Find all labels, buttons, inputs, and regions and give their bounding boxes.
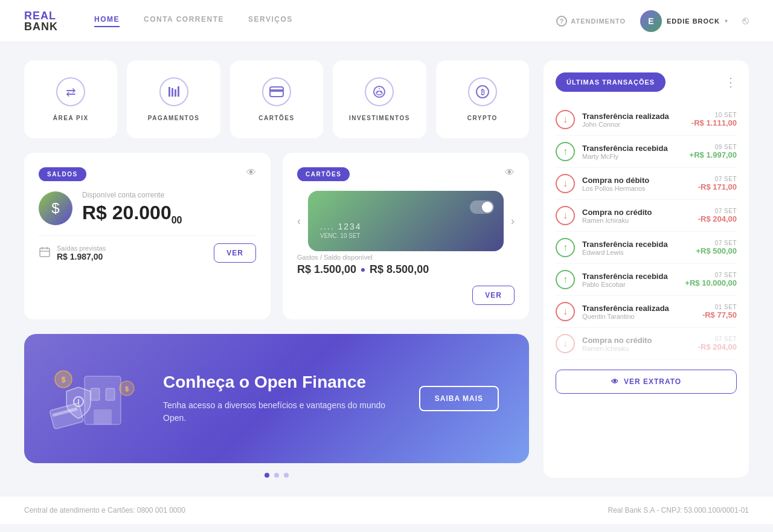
logout-icon[interactable]: ⎋ — [742, 14, 749, 27]
cartoes-eye-icon[interactable]: 👁 — [505, 167, 515, 178]
svg-rect-20 — [94, 409, 112, 425]
footer-left: Central de atendimento e Cartões: 0800 0… — [24, 506, 185, 514]
credit-card-visual: .... 1234 VENC. 10 SET — [308, 191, 504, 251]
balance-amount: R$ 20.00000 — [82, 202, 182, 226]
atendimento-button[interactable]: ? ATENDIMENTO — [556, 16, 626, 27]
ver-extrato-button[interactable]: 👁 VER EXTRATO — [556, 370, 737, 394]
banner-dot-2[interactable] — [274, 473, 279, 478]
header-right: ? ATENDIMENTO E EDDIE BROCK ▾ ⎋ — [556, 10, 749, 32]
transactions-header: ÚLTIMAS TRANSAÇÕES ⋮ — [556, 72, 737, 92]
gastos-amounts: R$ 1.500,00 R$ 8.500,00 — [297, 263, 515, 276]
cartoes-ver-button[interactable]: VER — [472, 286, 515, 305]
trans-person: Ramen Ichiraku — [582, 345, 691, 352]
banner-dot-1[interactable] — [265, 473, 269, 478]
nav-home[interactable]: HOME — [94, 15, 120, 27]
trans-person: Pablo Escobar — [582, 281, 678, 288]
cartoes-icon — [262, 77, 291, 106]
qa-pix[interactable]: ⇄ ÁREA PIX — [24, 60, 117, 138]
saiba-mais-button[interactable]: SAIBA MAIS — [419, 386, 499, 411]
svg-rect-13 — [40, 248, 50, 257]
pix-icon: ⇄ — [56, 77, 85, 106]
avatar: E — [640, 10, 662, 32]
trans-down-icon: ↓ — [556, 174, 575, 193]
user-menu[interactable]: E EDDIE BROCK ▾ — [640, 10, 728, 32]
trans-name: Compra no crédito — [582, 208, 691, 217]
balance-info: Disponível conta corrente R$ 20.00000 — [82, 191, 182, 226]
trans-details: Compra no débito Los Pollos Hermanos — [582, 176, 691, 192]
transaction-item: ↑ Transferência recebida Marty McFly 09 … — [556, 136, 737, 168]
trans-details: Transferência recebida Marty McFly — [582, 144, 682, 160]
banner-text: Conheça o Open Finance Tenha acesso a di… — [163, 373, 401, 425]
trans-amount: +R$ 500,00 — [696, 246, 737, 255]
cartoes-tag: CARTÕES — [297, 167, 350, 181]
available-label: Disponível conta corrente — [82, 191, 182, 199]
trans-date: 10 SET — [691, 112, 737, 118]
toggle-knob — [482, 202, 493, 213]
qa-investimentos[interactable]: INVESTIMENTOS — [333, 60, 426, 138]
more-options-icon[interactable]: ⋮ — [725, 75, 737, 89]
banner-illustration: $ $ — [48, 358, 145, 439]
card-toggle[interactable] — [470, 200, 494, 214]
qa-pagamentos[interactable]: PAGAMENTOS — [127, 60, 220, 138]
trans-details: Compra no crédito Ramen Ichiraku — [582, 336, 691, 352]
gastos-label: Gastos / Saldo disponível — [297, 254, 515, 261]
trans-date: 07 SET — [698, 208, 737, 214]
saldos-card: SALDOS 👁 $ Disponível conta corrente R$ … — [24, 153, 271, 319]
trans-amount: -R$ 171,00 — [698, 182, 737, 191]
nav-conta-corrente[interactable]: CONTA CORRENTE — [144, 15, 224, 27]
saldos-tag: SALDOS — [39, 167, 86, 181]
trans-name: Transferência recebida — [582, 240, 688, 249]
trans-person: Quentin Tarantino — [582, 313, 695, 320]
user-name: EDDIE BROCK — [667, 18, 720, 25]
svg-rect-19 — [106, 388, 115, 400]
transaction-item: ↓ Compra no débito Los Pollos Hermanos 0… — [556, 168, 737, 200]
trans-right: 07 SET -R$ 204,00 — [698, 336, 737, 351]
trans-right: 01 SET -R$ 77,50 — [702, 304, 737, 319]
trans-right: 10 SET -R$ 1.111,00 — [691, 112, 737, 127]
trans-down-icon: ↓ — [556, 110, 575, 129]
card-next-arrow[interactable]: › — [511, 215, 515, 228]
gastos-spent: R$ 1.500,00 — [297, 263, 356, 276]
qa-cartoes[interactable]: CARTÕES — [230, 60, 323, 138]
card-dots: .... 1234 — [320, 222, 492, 231]
trans-right: 07 SET +R$ 500,00 — [696, 240, 737, 255]
trans-date: 07 SET — [698, 176, 737, 182]
trans-details: Transferência recebida Pablo Escobar — [582, 272, 678, 288]
cartoes-card: CARTÕES 👁 ‹ .... 1234 VENC. 10 SET › — [283, 153, 529, 319]
logo: REAL BANK — [24, 10, 58, 32]
trans-details: Transferência realizada Quentin Tarantin… — [582, 304, 695, 320]
svg-rect-18 — [91, 388, 100, 400]
trans-amount: -R$ 1.111,00 — [691, 118, 737, 127]
trans-name: Transferência realizada — [582, 112, 684, 121]
svg-text:₿: ₿ — [480, 88, 484, 97]
qa-crypto[interactable]: ₿ CRYPTO — [436, 60, 529, 138]
trans-down-icon: ↓ — [556, 206, 575, 225]
card-venc: VENC. 10 SET — [320, 232, 492, 239]
transaction-item: ↑ Transferência recebida Pablo Escobar 0… — [556, 264, 737, 296]
saldos-ver-button[interactable]: VER — [214, 243, 256, 263]
trans-up-icon: ↑ — [556, 142, 575, 161]
help-icon: ? — [556, 16, 567, 27]
card-prev-arrow[interactable]: ‹ — [297, 215, 301, 228]
banner-dot-3[interactable] — [284, 473, 289, 478]
trans-date: 07 SET — [696, 240, 737, 246]
main-nav: HOME CONTA CORRENTE SERVIÇOS — [94, 15, 556, 27]
trans-person: Edward Lewis — [582, 249, 688, 256]
banner-description: Tenha acesso a diversos benefícios e van… — [163, 399, 401, 425]
nav-servicos[interactable]: SERVIÇOS — [248, 15, 293, 27]
trans-amount: +R$ 1.997,00 — [690, 150, 737, 159]
trans-name: Transferência recebida — [582, 272, 678, 281]
banner-title: Conheça o Open Finance — [163, 373, 401, 392]
trans-down-icon: ↓ — [556, 302, 575, 321]
eye-extrato-icon: 👁 — [611, 377, 619, 386]
eye-icon[interactable]: 👁 — [246, 167, 256, 178]
trans-right: 07 SET -R$ 204,00 — [698, 208, 737, 223]
trans-name: Transferência realizada — [582, 304, 695, 313]
qa-investimentos-label: INVESTIMENTOS — [349, 115, 410, 121]
balance-section: $ Disponível conta corrente R$ 20.00000 — [39, 191, 256, 226]
outflows-label: Saídas previstas — [57, 245, 106, 252]
outflows: Saídas previstas R$ 1.987,00 VER — [39, 243, 256, 263]
transaction-item: ↓ Transferência realizada Quentin Tarant… — [556, 296, 737, 328]
investimentos-icon — [365, 77, 394, 106]
trans-person: Ramen Ichiraku — [582, 217, 691, 224]
